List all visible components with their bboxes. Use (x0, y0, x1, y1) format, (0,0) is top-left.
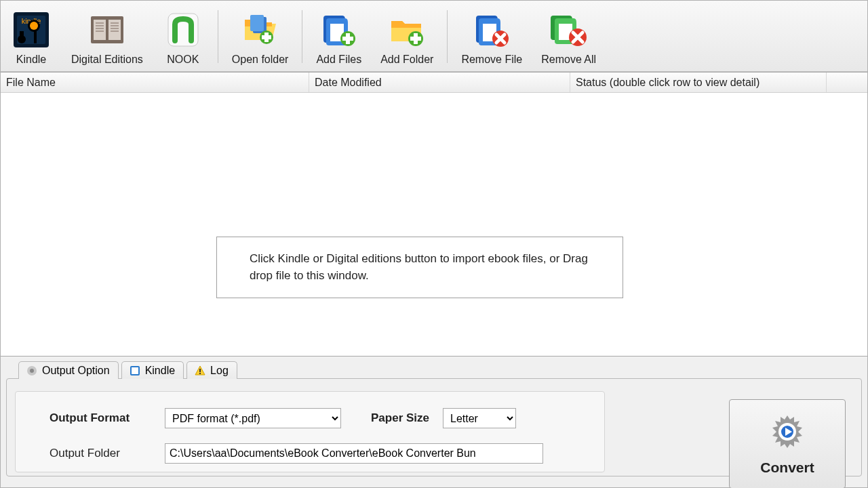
nook-label: NOOK (167, 54, 199, 66)
toolbar-separator (302, 10, 302, 63)
toolbar-separator (218, 10, 218, 63)
paper-size-select[interactable]: Letter (443, 408, 516, 428)
tab-output-option-label: Output Option (42, 365, 110, 377)
svg-rect-23 (262, 35, 271, 39)
main-toolbar: kindle Kindle (1, 1, 867, 72)
toolbar-separator (447, 10, 448, 63)
svg-rect-39 (199, 369, 201, 372)
add-folder-button[interactable]: Add Folder (371, 6, 443, 67)
add-folder-icon (386, 9, 428, 51)
bottom-panel: Output Option Kindle Log Output Format (1, 357, 867, 487)
add-files-icon (318, 9, 360, 51)
add-folder-label: Add Folder (380, 54, 433, 66)
svg-rect-30 (410, 37, 421, 41)
remove-file-label: Remove File (461, 54, 522, 66)
file-list[interactable]: File Name Date Modified Status (double c… (1, 72, 867, 357)
output-folder-input[interactable] (165, 443, 543, 464)
column-date-modified[interactable]: Date Modified (309, 73, 570, 92)
convert-button[interactable]: Convert (729, 399, 846, 488)
tab-log-label: Log (210, 365, 229, 377)
svg-point-6 (30, 22, 38, 30)
add-files-label: Add Files (316, 54, 361, 66)
warning-icon (194, 365, 206, 377)
nook-icon (162, 9, 204, 51)
source-group: kindle Kindle (1, 6, 214, 67)
tab-strip: Output Option Kindle Log (6, 361, 862, 378)
digital-editions-button[interactable]: Digital Editions (62, 6, 153, 67)
gear-play-icon (768, 413, 806, 454)
open-folder-button[interactable]: Open folder (222, 6, 298, 67)
output-format-select[interactable]: PDF format (*.pdf) (165, 408, 341, 428)
list-header: File Name Date Modified Status (double c… (1, 73, 867, 93)
open-folder-icon (239, 9, 281, 51)
gear-icon (26, 365, 38, 377)
svg-rect-27 (342, 37, 353, 41)
convert-label: Convert (760, 460, 814, 476)
paper-size-label: Paper Size (371, 411, 429, 425)
kindle-button[interactable]: kindle Kindle (1, 6, 62, 67)
tab-output-option[interactable]: Output Option (18, 361, 119, 379)
svg-rect-20 (250, 15, 264, 31)
book-icon (129, 365, 141, 377)
column-status[interactable]: Status (double click row to view detail) (570, 73, 827, 92)
kindle-label: Kindle (16, 54, 46, 66)
svg-point-36 (30, 369, 34, 373)
digital-editions-label: Digital Editions (71, 54, 143, 66)
file-group: Add Files Add Folder (307, 6, 443, 67)
digital-editions-icon (86, 9, 128, 51)
empty-placeholder: Click Kindle or Digital editions button … (216, 237, 623, 298)
remove-all-icon (548, 9, 590, 51)
svg-rect-38 (132, 367, 138, 374)
column-spacer (827, 73, 867, 92)
remove-group: Remove File Remove All (452, 6, 606, 67)
svg-rect-40 (199, 373, 201, 374)
output-format-label: Output Format (50, 411, 151, 425)
remove-file-button[interactable]: Remove File (452, 6, 532, 67)
remove-all-button[interactable]: Remove All (532, 6, 606, 67)
open-folder-label: Open folder (232, 54, 289, 66)
svg-rect-4 (20, 31, 24, 38)
app-window: kindle Kindle (0, 0, 868, 488)
tab-kindle-label: Kindle (145, 365, 175, 377)
column-file-name[interactable]: File Name (1, 73, 309, 92)
kindle-icon: kindle (10, 9, 52, 51)
add-files-button[interactable]: Add Files (307, 6, 371, 67)
nook-button[interactable]: NOOK (153, 6, 214, 67)
output-form: Output Format PDF format (*.pdf) Paper S… (15, 391, 605, 472)
remove-all-label: Remove All (541, 54, 596, 66)
remove-file-icon (471, 9, 513, 51)
tab-log[interactable]: Log (186, 361, 237, 379)
output-folder-label: Output Folder (50, 447, 151, 460)
tab-kindle[interactable]: Kindle (121, 361, 184, 379)
